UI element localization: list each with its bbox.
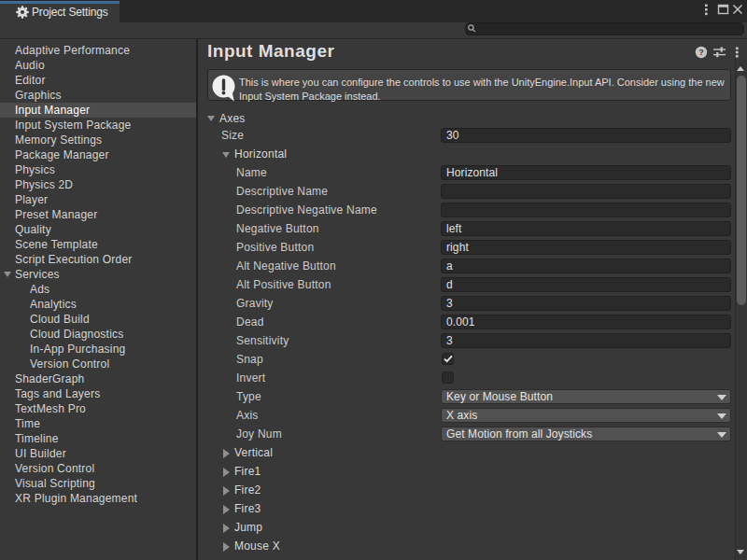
svg-text:?: ? bbox=[698, 48, 704, 57]
